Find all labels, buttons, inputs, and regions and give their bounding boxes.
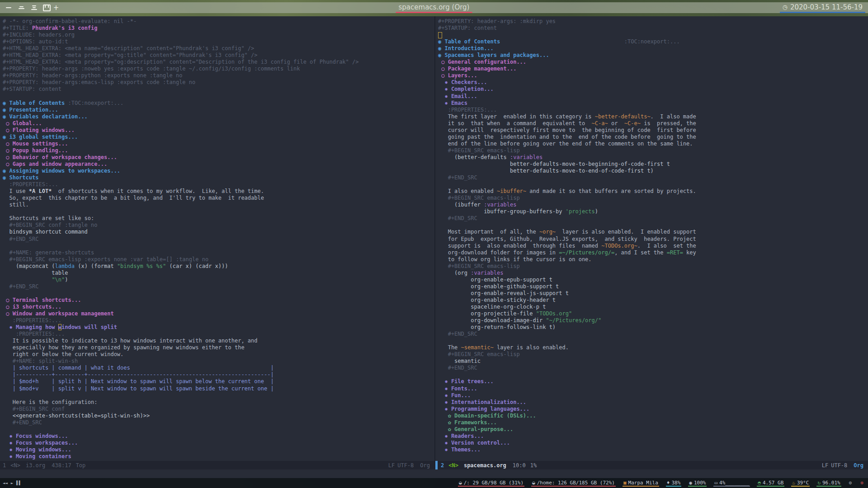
memory-status: ◓4.57 GB (757, 480, 784, 487)
text-segment: ~TODOs.org~ (601, 243, 637, 249)
evil-state-badge: <N> (10, 462, 20, 469)
text-segment: ○ i3 shortcuts... (3, 304, 61, 310)
text-segment: I use (3, 188, 29, 194)
buffer-line: ✸ Managing how windows will split (3, 324, 434, 331)
clock-icon: ◷ (783, 4, 788, 10)
workspace-1-button[interactable] (4, 2, 14, 13)
buffer-line: ○ Window and workspace management (3, 310, 434, 317)
buffer-line: spaceline-org-clock-p t (438, 304, 868, 310)
new-workspace-button[interactable]: + (52, 2, 61, 13)
buffer-line: I use *A LOT* of shortcuts when it comes… (3, 188, 434, 195)
text-segment: #+BEGIN_SRC conf :tangle no (3, 222, 98, 228)
left-buffer-content[interactable]: # -*- org-confirm-babel-evaluate: nil -*… (0, 16, 434, 461)
buffer-line: ○ Mouse settings... (3, 141, 434, 147)
buffer-line: ○ Package management... (438, 66, 868, 72)
scroll-percent: Top (76, 462, 86, 469)
text-segment: ✸ Managing how (3, 324, 58, 330)
text-segment: support is also enabled through files na… (438, 243, 601, 249)
text-segment: "TODOs.org" (536, 310, 572, 317)
pause-icon[interactable]: ▌▌ (16, 481, 21, 485)
buffer-line: support is also enabled through files na… (438, 243, 868, 249)
buffer-line: The ~semantic~ layer is also enabled. (438, 344, 868, 351)
text-segment: ○ General configuration... (438, 59, 526, 65)
workspace-4-button[interactable] (42, 2, 52, 13)
text-segment: lambda (55, 263, 75, 269)
text-segment: ✸ Version control... (438, 440, 510, 446)
home-disk-status: ◒/home: 126 GB/185 GB (72%) (531, 480, 616, 487)
text-segment: . I also set the (637, 243, 696, 249)
text-segment: ✸ Fonts... (438, 385, 477, 392)
buffer-line: ✸ Completion... (438, 86, 868, 93)
volume-icon: ◉ (689, 480, 692, 486)
clock-widget[interactable]: ◷ 2020-03-15 11-56-19 (780, 2, 865, 13)
buffer-line (3, 290, 434, 297)
previous-icon[interactable]: ◄◄ (3, 481, 8, 485)
buffer-name: i3.org (26, 462, 45, 469)
power-icon: ⊗ (860, 480, 863, 486)
text-segment: #+END_SRC (3, 236, 38, 242)
buffer-line: #+END_SRC (3, 283, 434, 290)
text-segment: better-defaults-move-to-beginning-of-cod… (438, 161, 670, 167)
text-segment: | $mod+v | split v | Next window to spaw… (3, 385, 274, 392)
text-segment: ◉ Introduction... (438, 45, 494, 52)
text-segment: #+END_SRC (438, 365, 477, 371)
right-buffer-content[interactable]: #+PROPERTY: header-args: :mkdirp yes#+ST… (435, 16, 868, 461)
workspace-2-button[interactable] (16, 2, 26, 13)
cursor-position: 438:17 (52, 462, 71, 469)
text-segment: org-return-follows-link t) (438, 324, 556, 330)
text-segment: The (438, 344, 461, 351)
text-segment: :variables (510, 154, 542, 160)
buffer-line: org-return-follows-link t) (438, 324, 868, 331)
text-segment: #+STARTUP: content (438, 25, 497, 31)
buffer-line (438, 338, 868, 344)
tray-item-text: 38% (671, 480, 680, 486)
tray-item-text: /home: 126 GB/185 GB (72%) (537, 480, 615, 486)
temperature-status: ♨39°C (791, 480, 810, 487)
text-segment: #+BEGIN_SRC emacs-lisp (438, 263, 520, 269)
buffer-line: ✸ Fun... (438, 392, 868, 399)
echo-area[interactable] (0, 469, 868, 478)
buffer-line: So, expect this chapter to be a bit long… (3, 195, 434, 202)
text-segment: #+BEGIN_SRC emacs-lisp (438, 195, 520, 201)
buffer-line: Shortcuts are set like so: (3, 215, 434, 222)
text-segment: "~/Pictures/org/" (546, 317, 601, 324)
text-segment: ibuffer-group-buffers-by (438, 208, 566, 215)
text-segment: ) (65, 277, 68, 283)
buffer-line (3, 93, 434, 100)
text-segment: ◉ Shortcuts (3, 174, 38, 181)
play-icon[interactable]: ► (11, 481, 13, 485)
buffer-line: to follow org links if the cursor is on … (438, 256, 868, 263)
buffer-line: (ibuffer :variables (438, 202, 868, 208)
text-segment: org-enable-github-support t (438, 283, 559, 290)
buffer-line (438, 181, 868, 188)
workspace-3-button[interactable] (29, 2, 39, 13)
right-window-spacemacs-org: #+PROPERTY: header-args: :mkdirp yes#+ST… (435, 16, 868, 469)
text-segment: ✸ Email... (438, 93, 477, 99)
text-segment: |-----------+---------+-----------------… (3, 371, 274, 378)
buffer-line: ◉ Assigning windows to workspaces... (3, 168, 434, 174)
buffer-line: # -*- org-confirm-babel-evaluate: nil -*… (3, 18, 434, 25)
text-segment: ✿ Frameworks... (438, 419, 497, 426)
text-segment: :PROPERTIES:... (438, 107, 497, 113)
buffer-line: #+END_SRC (438, 365, 868, 371)
buffer-line: ○ Popup handling... (3, 147, 434, 154)
buffer-line: ✸ Checkers... (438, 79, 868, 86)
power-status[interactable]: ⊗ (859, 480, 864, 487)
text-segment: "bindsym %s %s" (117, 263, 166, 269)
buffer-line: ibuffer-group-buffers-by 'projects) (438, 208, 868, 215)
text-segment: ◉ Table of Contents (438, 38, 500, 45)
text-segment: #+BEGIN_SRC emacs-lisp :exports none :va… (3, 256, 208, 263)
music-icon: ▣ (623, 480, 627, 486)
evil-state-badge: <N> (448, 462, 458, 469)
text-segment: ◉ Spacemacs layers and packages... (438, 52, 549, 58)
buffer-line: #+BEGIN_SRC emacs-lisp :exports none :va… (3, 256, 434, 263)
buffer-line: especially how they are organized by spa… (3, 344, 434, 351)
buffer-line: #+BEGIN_SRC emacs-lisp (438, 147, 868, 154)
text-segment: ✸ Fun... (438, 392, 471, 399)
battery-icon: ▭ (714, 480, 717, 486)
text-segment: Here is the configuration: (3, 399, 98, 405)
eye-status[interactable]: ⊙ (848, 480, 853, 487)
buffer-line: #+PROPERTY: header-args: :mkdirp yes (438, 18, 868, 25)
buffer-line: ✸ Moving containers (3, 453, 434, 460)
text-segment: for Epub exports, Github, Reveal.JS expo… (438, 236, 696, 242)
